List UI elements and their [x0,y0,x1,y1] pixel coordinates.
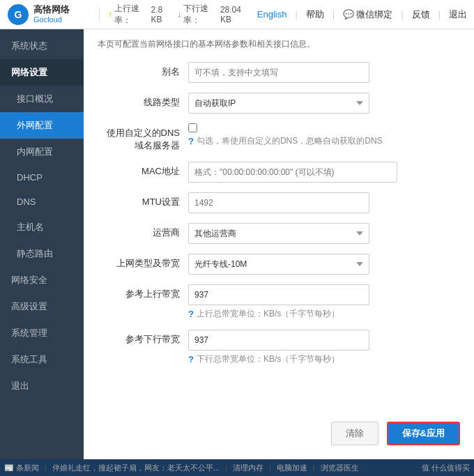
hint-icon: ? [188,136,194,146]
help-link[interactable]: 帮助 [306,8,324,21]
isp-row: 运营商 其他运营商 中国电信 中国联通 中国移动 [98,223,460,244]
logo-cn: 高恪网络 [33,4,70,15]
alias-control [188,62,460,83]
download-label: 下行速率： [183,3,218,26]
download-arrow-icon: ↓ [177,10,181,20]
upload-arrow-icon: ↑ [108,10,112,20]
download-value: 28.04 KB [220,5,249,24]
checkbox-row [188,123,460,132]
logo-icon: G [7,3,29,26]
upload-bandwidth-row: 参考上行带宽 ? 上行总带宽单位：KB/s（千字节每秒） [98,284,460,320]
upload-hint-icon: ? [188,309,194,319]
sidebar-item-system-management[interactable]: 系统管理 [0,320,84,346]
custom-dns-checkbox[interactable] [188,123,197,132]
top-divider [99,8,100,22]
download-hint-icon: ? [188,354,194,364]
connection-type-label: 线路类型 [98,93,188,109]
sidebar-item-hostname[interactable]: 主机名 [0,214,84,240]
logo-text: 高恪网络 Gocloud [33,4,70,24]
feedback-link[interactable]: 反馈 [412,8,430,21]
upload-bandwidth-input[interactable] [188,284,369,305]
speed-info: ↑ 上行速率： 2.8 KB ↓ 下行速率： 28.04 KB [108,3,249,26]
taskbar-news[interactable]: 📰 条新闻 [4,463,39,473]
taskbar-right-label: 值 什么值得买 [422,463,470,473]
mtu-control [188,192,460,213]
sidebar-item-interface-overview[interactable]: 接口概况 [0,86,84,112]
mac-address-row: MAC地址 [98,162,460,183]
taskbar-right: 值 什么值得买 [422,463,470,473]
isp-label: 运营商 [98,223,188,239]
bottom-bar: 清除 保存&应用 [331,422,460,445]
lang-switch[interactable]: English [257,9,287,20]
clear-button[interactable]: 清除 [331,422,379,445]
taskbar-pc-speed[interactable]: 电脑加速 [277,463,307,473]
news-label: 条新闻 [16,463,39,473]
sidebar-item-dhcp[interactable]: DHCP [0,165,84,190]
sidebar-item-network-settings[interactable]: 网络设置 [0,59,84,86]
wechat-icon: 💬 [343,9,354,20]
upload-value: 2.8 KB [151,5,172,24]
alias-label: 别名 [98,62,188,78]
download-speed: ↓ 下行速率： 28.04 KB [177,3,249,26]
sidebar-item-static-routes[interactable]: 静态路由 [0,240,84,267]
alias-row: 别名 [98,62,460,83]
taskbar: 📰 条新闻 | 伴娘礼走红，撞起裙子扇，网友：老天太不公平... | 清理内存 … [0,459,474,476]
sidebar-item-system-status[interactable]: 系统状态 [0,33,84,59]
download-bandwidth-label: 参考下行带宽 [98,330,188,346]
connection-bandwidth-row: 上网类型及带宽 光纤专线-10M 光纤专线-100M 宽带-100M [98,254,460,275]
mtu-row: MTU设置 [98,192,460,213]
sidebar-item-advanced-settings[interactable]: 高级设置 [0,293,84,320]
custom-dns-control: ? 勾选，将使用自定义的DNS，忽略自动获取的DNS [188,123,460,147]
upload-label: 上行速率： [114,3,149,26]
connection-type-control: 自动获取IP 静态IP PPPoE [188,93,460,114]
mac-address-control [188,162,460,183]
news-icon: 📰 [4,463,14,473]
connection-bandwidth-select[interactable]: 光纤专线-10M 光纤专线-100M 宽带-100M [188,254,369,275]
connection-bandwidth-control: 光纤专线-10M 光纤专线-100M 宽带-100M [188,254,460,275]
content-area: 本页可配置当前网络接口的基本网络参数和相关接口信息。 别名 线路类型 自动获取I… [84,29,474,459]
taskbar-clean-memory[interactable]: 清理内存 [233,463,263,473]
custom-dns-row: 使用自定义的DNS域名服务器 ? 勾选，将使用自定义的DNS，忽略自动获取的DN… [98,123,460,152]
wechat-bind[interactable]: 💬 微信绑定 [343,8,392,21]
sidebar-item-wan-config[interactable]: 外网配置 [0,112,84,139]
wechat-label: 微信绑定 [356,8,392,21]
mac-address-label: MAC地址 [98,162,188,178]
page-description: 本页可配置当前网络接口的基本网络参数和相关接口信息。 [98,38,460,51]
download-bandwidth-input[interactable] [188,330,369,351]
upload-bandwidth-hint: ? 上行总带宽单位：KB/s（千字节每秒） [188,308,460,320]
main-layout: 系统状态 网络设置 接口概况 外网配置 内网配置 DHCP DNS 主机名 静态… [0,29,474,459]
upload-speed: ↑ 上行速率： 2.8 KB [108,3,171,26]
connection-bandwidth-label: 上网类型及带宽 [98,254,188,270]
sidebar-item-lan-config[interactable]: 内网配置 [0,139,84,165]
logo: G 高恪网络 Gocloud [7,3,91,26]
isp-control: 其他运营商 中国电信 中国联通 中国移动 [188,223,460,244]
download-bandwidth-row: 参考下行带宽 ? 下行总带宽单位：KB/s（千字节每秒） [98,330,460,365]
upload-bandwidth-control: ? 上行总带宽单位：KB/s（千字节每秒） [188,284,460,320]
alias-input[interactable] [188,62,369,83]
mtu-label: MTU设置 [98,192,188,208]
save-apply-button[interactable]: 保存&应用 [387,422,460,445]
upload-hint-text: 上行总带宽单位：KB/s（千字节每秒） [197,308,339,320]
custom-dns-hint: ? 勾选，将使用自定义的DNS，忽略自动获取的DNS [188,135,460,147]
svg-text:G: G [15,9,22,20]
connection-type-select[interactable]: 自动获取IP 静态IP PPPoE [188,93,369,114]
logo-en: Gocloud [33,15,70,24]
sidebar-item-system-tools[interactable]: 系统工具 [0,346,84,373]
isp-select[interactable]: 其他运营商 中国电信 中国联通 中国移动 [188,223,369,244]
mtu-input[interactable] [188,192,369,213]
custom-dns-label: 使用自定义的DNS域名服务器 [98,123,188,152]
sidebar-item-logout[interactable]: 退出 [0,373,84,399]
sidebar: 系统状态 网络设置 接口概况 外网配置 内网配置 DHCP DNS 主机名 静态… [0,29,84,459]
mac-address-input[interactable] [188,162,397,183]
top-bar: G 高恪网络 Gocloud ↑ 上行速率： 2.8 KB ↓ 下行速率： 28… [0,0,474,29]
sidebar-item-network-security[interactable]: 网络安全 [0,267,84,293]
download-hint-text: 下行总带宽单位：KB/s（千字节每秒） [197,353,339,365]
custom-dns-hint-text: 勾选，将使用自定义的DNS，忽略自动获取的DNS [197,135,383,147]
taskbar-browser-doctor[interactable]: 浏览器医生 [321,463,359,473]
taskbar-news-headline[interactable]: 伴娘礼走红，撞起裙子扇，网友：老天太不公平... [52,463,220,473]
sidebar-item-dns[interactable]: DNS [0,190,84,214]
top-nav: English | 帮助 | 💬 微信绑定 | 反馈 | 退出 [257,8,467,21]
download-bandwidth-hint: ? 下行总带宽单位：KB/s（千字节每秒） [188,353,460,365]
logout-link[interactable]: 退出 [449,8,467,21]
download-bandwidth-control: ? 下行总带宽单位：KB/s（千字节每秒） [188,330,460,365]
